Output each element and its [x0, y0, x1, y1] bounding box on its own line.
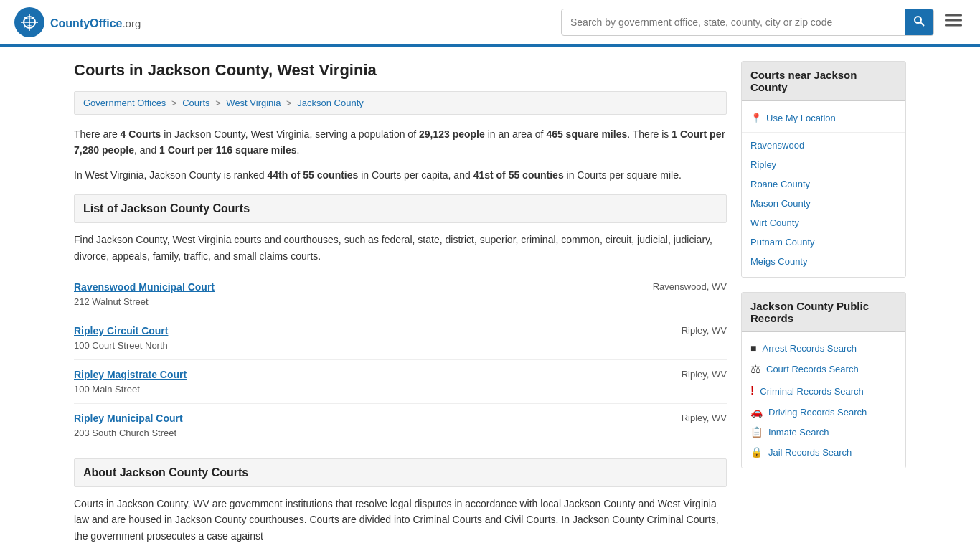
court-item: Ripley Magistrate Court 100 Main Street …	[74, 360, 727, 404]
court-info: Ripley Magistrate Court 100 Main Street	[74, 369, 187, 395]
header-right	[561, 8, 966, 37]
nearby-section: Courts near Jackson County 📍 Use My Loca…	[741, 61, 906, 278]
public-records-section: Jackson County Public Records ■ Arrest R…	[741, 292, 906, 468]
svg-rect-6	[945, 14, 962, 17]
court-address: 100 Main Street	[74, 384, 140, 395]
court-location: Ravenswood, WV	[653, 281, 727, 292]
description-para2: In West Virginia, Jackson County is rank…	[74, 167, 727, 183]
public-records-body: ■ Arrest Records Search ⚖ Court Records …	[742, 332, 905, 468]
court-location: Ripley, WV	[682, 369, 727, 380]
page-title: Courts in Jackson County, West Virginia	[74, 61, 727, 80]
court-name[interactable]: Ravenswood Municipal Court	[74, 281, 215, 293]
breadcrumb-jackson-county[interactable]: Jackson County	[297, 98, 364, 108]
logo-text: CountyOffice.org	[50, 14, 141, 31]
criminal-records-label: Criminal Records Search	[760, 386, 864, 397]
jail-records-link[interactable]: 🔒 Jail Records Search	[742, 442, 905, 462]
sidebar-link-wirt[interactable]: Wirt County	[742, 213, 905, 232]
svg-rect-8	[945, 24, 962, 27]
breadcrumb-sep-1: >	[171, 98, 177, 108]
logo-icon	[14, 7, 44, 37]
nearby-section-body: 📍 Use My Location Ravenswood Ripley Roan…	[742, 101, 905, 277]
svg-point-4	[915, 17, 921, 23]
court-item: Ravenswood Municipal Court 212 Walnut St…	[74, 273, 727, 316]
inmate-search-link[interactable]: 📋 Inmate Search	[742, 422, 905, 442]
breadcrumb-west-virginia[interactable]: West Virginia	[226, 98, 281, 108]
criminal-records-icon: !	[750, 385, 754, 397]
court-info: Ravenswood Municipal Court 212 Walnut St…	[74, 281, 215, 307]
sidebar-link-mason[interactable]: Mason County	[742, 194, 905, 213]
description-para1: There are 4 Courts in Jackson County, We…	[74, 126, 727, 159]
sidebar-link-ravenswood[interactable]: Ravenswood	[742, 136, 905, 155]
arrest-records-link[interactable]: ■ Arrest Records Search	[742, 338, 905, 358]
court-records-link[interactable]: ⚖ Court Records Search	[742, 358, 905, 380]
search-bar	[561, 9, 934, 36]
breadcrumb-gov-offices[interactable]: Government Offices	[83, 98, 166, 108]
breadcrumb: Government Offices > Courts > West Virgi…	[74, 91, 727, 115]
driving-records-icon: 🚗	[750, 406, 763, 418]
court-address: 203 South Church Street	[74, 428, 176, 438]
jail-records-icon: 🔒	[750, 446, 763, 458]
divider	[742, 132, 905, 133]
nearby-section-header: Courts near Jackson County	[742, 62, 905, 101]
court-item: Ripley Municipal Court 203 South Church …	[74, 404, 727, 447]
main-container: Courts in Jackson County, West Virginia …	[60, 47, 920, 551]
court-name[interactable]: Ripley Municipal Court	[74, 413, 183, 424]
sidebar-link-roane[interactable]: Roane County	[742, 174, 905, 194]
search-button[interactable]	[905, 9, 933, 35]
sidebar-link-ripley[interactable]: Ripley	[742, 155, 905, 174]
public-records-header: Jackson County Public Records	[742, 293, 905, 332]
court-name[interactable]: Ripley Magistrate Court	[74, 369, 187, 380]
svg-rect-7	[945, 19, 962, 22]
court-location: Ripley, WV	[682, 325, 727, 336]
inmate-search-label: Inmate Search	[768, 427, 829, 438]
court-address: 212 Walnut Street	[74, 296, 149, 307]
main-content: Courts in Jackson County, West Virginia …	[74, 61, 727, 544]
logo-area[interactable]: CountyOffice.org	[14, 7, 141, 37]
court-info: Ripley Municipal Court 203 South Church …	[74, 413, 183, 438]
inmate-search-icon: 📋	[750, 426, 763, 438]
about-text: Courts in Jackson County, WV are governm…	[74, 496, 727, 544]
sidebar: Courts near Jackson County 📍 Use My Loca…	[741, 61, 906, 544]
court-records-icon: ⚖	[750, 362, 760, 376]
arrest-records-label: Arrest Records Search	[762, 343, 857, 354]
search-input[interactable]	[562, 11, 905, 34]
driving-records-link[interactable]: 🚗 Driving Records Search	[742, 402, 905, 422]
court-address: 100 Court Street North	[74, 340, 168, 351]
use-location-link[interactable]: 📍 Use My Location	[742, 107, 905, 129]
court-info: Ripley Circuit Court 100 Court Street No…	[74, 325, 168, 351]
list-section-header: List of Jackson County Courts	[74, 194, 727, 223]
site-header: CountyOffice.org	[0, 0, 980, 47]
sidebar-link-meigs[interactable]: Meigs County	[742, 252, 905, 271]
menu-icon[interactable]	[941, 8, 966, 37]
court-location: Ripley, WV	[682, 413, 727, 423]
criminal-records-link[interactable]: ! Criminal Records Search	[742, 380, 905, 402]
driving-records-label: Driving Records Search	[768, 407, 867, 418]
svg-line-5	[920, 22, 924, 26]
court-name[interactable]: Ripley Circuit Court	[74, 325, 168, 336]
jail-records-label: Jail Records Search	[768, 447, 852, 458]
court-item: Ripley Circuit Court 100 Court Street No…	[74, 316, 727, 360]
breadcrumb-courts[interactable]: Courts	[182, 98, 209, 108]
courts-list: Ravenswood Municipal Court 212 Walnut St…	[74, 273, 727, 447]
list-section-description: Find Jackson County, West Virginia court…	[74, 232, 727, 264]
location-pin-icon: 📍	[750, 113, 762, 123]
court-records-label: Court Records Search	[766, 364, 859, 375]
breadcrumb-sep-3: >	[286, 98, 292, 108]
sidebar-link-putnam[interactable]: Putnam County	[742, 232, 905, 252]
breadcrumb-sep-2: >	[215, 98, 221, 108]
use-location-label: Use My Location	[766, 113, 836, 123]
arrest-records-icon: ■	[750, 342, 756, 354]
about-section-header: About Jackson County Courts	[74, 458, 727, 487]
